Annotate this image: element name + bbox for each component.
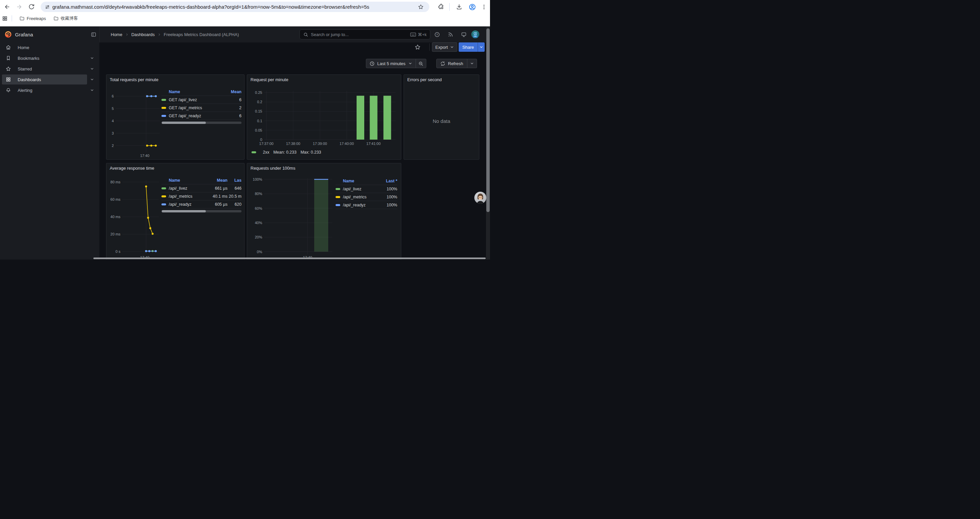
export-button[interactable]: Export [432, 42, 457, 52]
chevron-down-icon[interactable] [90, 77, 94, 81]
sidebar-link-starred[interactable]: Starred [2, 64, 87, 74]
chevron-down-icon [470, 61, 474, 65]
zoom-out-icon [418, 61, 423, 66]
legend-table: NameLast */api/_livez100%/api/_metrics10… [336, 177, 397, 209]
time-range-controls: Last 5 minutes [366, 59, 426, 68]
series-color-pill [336, 204, 340, 206]
legend-scrollbar-thumb[interactable] [162, 121, 206, 124]
downloads-icon[interactable] [455, 3, 463, 11]
panel-average-response-time: Average response time 80 ms60 ms40 ms20 … [106, 163, 245, 260]
series-name: GET /api/_readyz [169, 113, 201, 118]
help-icon[interactable]: ? [434, 32, 440, 37]
sidebar-link-bookmarks[interactable]: Bookmarks [2, 53, 87, 63]
chevron-down-icon [479, 45, 483, 49]
refresh-interval-dropdown[interactable] [467, 59, 477, 68]
legend-row[interactable]: /api/_livez100% [336, 185, 397, 193]
legend-row[interactable]: /api/_metrics40.1 ms20.5 m [161, 192, 242, 200]
chevron-down-icon[interactable] [90, 56, 94, 60]
legend-horizontal-scrollbar[interactable] [161, 210, 242, 212]
monitor-icon[interactable] [461, 32, 467, 37]
series-name: 2xx [263, 150, 269, 155]
legend-scrollbar-thumb[interactable] [162, 210, 206, 212]
svg-text:0%: 0% [257, 250, 262, 254]
panel-title[interactable]: Average response time [110, 166, 154, 171]
legend-row[interactable]: GET /api/_metrics2 [161, 104, 242, 112]
legend-column-header[interactable]: Las [228, 178, 242, 183]
panel-title[interactable]: Request per minute [250, 77, 288, 82]
legend-value: 40.1 ms [208, 194, 228, 199]
svg-text:40 ms: 40 ms [110, 215, 121, 219]
legend-horizontal-scrollbar[interactable] [161, 121, 242, 124]
refresh-button[interactable]: Refresh [437, 59, 467, 68]
apps-grid-icon[interactable] [2, 16, 8, 21]
bookmark-star-icon[interactable] [418, 4, 424, 10]
legend-column-header[interactable]: Name [161, 178, 208, 183]
news-rss-icon[interactable] [448, 32, 453, 37]
legend-item-2xx[interactable]: 2xx Mean: 0.233 Max: 0.233 [251, 150, 321, 155]
sidebar-item-label: Starred [18, 67, 32, 72]
sidebar-link-alerting[interactable]: Alerting [2, 85, 87, 95]
panel-title[interactable]: Requests under 100ms [250, 166, 295, 171]
search-input[interactable]: Search or jump to... ⌘+k [299, 29, 430, 39]
site-settings-icon[interactable] [45, 4, 50, 10]
share-main-button[interactable]: Share [459, 45, 478, 50]
home-icon [6, 45, 11, 50]
legend-column-header[interactable]: Mean [224, 89, 242, 94]
series-name: /api/_livez [169, 186, 188, 191]
chevron-down-icon[interactable] [90, 88, 94, 92]
sidebar-link-home[interactable]: Home [2, 42, 87, 53]
url-text[interactable]: grafana.mathmast.com/d/deytv4rwavabkb/fr… [52, 4, 406, 10]
favorite-star-icon[interactable] [415, 44, 421, 50]
sidebar-item-starred: Starred [0, 64, 99, 74]
bookmark-folder-blogs[interactable]: 收藏博客 [53, 15, 78, 21]
sidebar-item-alerting: Alerting [0, 85, 99, 95]
chevron-down-icon[interactable] [90, 67, 94, 71]
grafana-logo[interactable] [4, 30, 12, 38]
svg-text:60%: 60% [255, 206, 262, 211]
zoom-out-button[interactable] [415, 59, 426, 68]
floating-assistant-avatar[interactable] [474, 192, 486, 204]
back-icon[interactable] [3, 3, 11, 11]
folder-icon [19, 16, 25, 21]
panel-title[interactable]: Errors per second [407, 77, 442, 82]
legend-value: 605 µs [208, 202, 228, 207]
svg-text:17:38:00: 17:38:00 [286, 142, 300, 145]
legend-row[interactable]: /api/_readyz100% [336, 201, 397, 209]
extensions-icon[interactable] [437, 3, 445, 11]
legend-column-header[interactable]: Mean [208, 178, 228, 183]
chevron-down-icon [408, 61, 412, 65]
panel-request-per-minute: Request per minute 0.250.20.150.10.05017… [247, 75, 401, 160]
time-range-picker[interactable]: Last 5 minutes [366, 59, 415, 68]
time-range-label: Last 5 minutes [377, 61, 406, 66]
request-per-minute-chart[interactable]: 0.250.20.150.10.05017:37:0017:38:0017:39… [247, 75, 401, 159]
legend-row[interactable]: /api/_metrics100% [336, 193, 397, 201]
legend-row[interactable]: /api/_livez661 µs646 [161, 184, 242, 192]
breadcrumb-item[interactable]: Home [111, 32, 123, 37]
forward-icon[interactable] [15, 3, 23, 11]
legend-column-header[interactable]: Name [336, 179, 380, 184]
url-bar[interactable]: grafana.mathmast.com/d/deytv4rwavabkb/fr… [41, 2, 429, 12]
sidebar-link-dashboards[interactable]: Dashboards [2, 75, 87, 85]
profile-icon[interactable] [468, 3, 476, 11]
search-placeholder: Search or jump to... [311, 32, 410, 37]
product-name[interactable]: Grafana [15, 32, 33, 37]
legend-value: 100% [380, 187, 397, 192]
legend-row[interactable]: GET /api/_readyz6 [161, 112, 242, 120]
share-dropdown-button[interactable] [478, 42, 485, 52]
legend-column-header[interactable]: Name [161, 89, 224, 94]
user-avatar[interactable] [471, 30, 479, 38]
vertical-scrollbar-thumb[interactable] [486, 29, 490, 212]
reload-icon[interactable] [27, 3, 36, 11]
bookmark-label: 收藏博客 [61, 15, 78, 21]
horizontal-scrollbar-thumb[interactable] [94, 257, 486, 259]
legend-row[interactable]: GET /api/_livez6 [161, 96, 242, 104]
panel-title[interactable]: Total requests per minute [110, 77, 158, 82]
mega-menu-toggle-icon[interactable] [91, 32, 96, 37]
browser-menu-icon[interactable] [480, 3, 488, 11]
legend-column-header[interactable]: Last * [380, 179, 397, 184]
legend-row[interactable]: /api/_readyz605 µs620 [161, 200, 242, 208]
svg-text:0.1: 0.1 [257, 119, 262, 123]
bookmark-folder-freeleaps[interactable]: Freeleaps [19, 16, 46, 21]
vertical-scrollbar[interactable] [486, 26, 490, 260]
breadcrumb-item[interactable]: Dashboards [131, 32, 155, 37]
